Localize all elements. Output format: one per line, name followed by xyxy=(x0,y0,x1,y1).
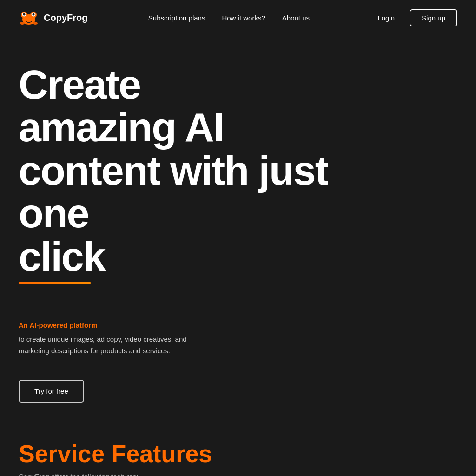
brand-logo[interactable]: CopyFrog xyxy=(19,7,87,28)
hero-line-2: amazing AI xyxy=(19,104,224,150)
svg-point-8 xyxy=(33,22,38,25)
hero-headline: Create amazing AI content with just one … xyxy=(19,63,400,278)
hero-line-3: content with just one xyxy=(19,147,328,236)
features-subtitle: CopyFrog offers the following features: xyxy=(19,472,457,476)
features-title: Service Features xyxy=(19,440,457,468)
brand-name-label: CopyFrog xyxy=(44,13,87,23)
nav-subscription-plans[interactable]: Subscription plans xyxy=(148,14,205,22)
hero-underline-decoration xyxy=(19,282,91,284)
svg-point-6 xyxy=(33,13,35,16)
login-button[interactable]: Login xyxy=(370,10,402,26)
svg-point-7 xyxy=(20,22,25,25)
description-section: An AI-powered platform to create unique … xyxy=(0,303,476,371)
navbar: CopyFrog Subscription plans How it works… xyxy=(0,0,476,35)
cta-section: Try for free xyxy=(0,370,476,421)
hero-line-1: Create xyxy=(19,61,140,107)
features-section: Service Features CopyFrog offers the fol… xyxy=(0,421,476,476)
try-for-free-button[interactable]: Try for free xyxy=(19,380,84,403)
signup-button[interactable]: Sign up xyxy=(410,9,457,26)
hero-section: Create amazing AI content with just one … xyxy=(0,35,476,303)
nav-how-it-works[interactable]: How it works? xyxy=(222,14,265,22)
description-tag: An AI-powered platform xyxy=(19,321,457,329)
description-text: to create unique images, ad copy, video … xyxy=(19,334,195,357)
nav-links: Subscription plans How it works? About u… xyxy=(148,14,310,22)
nav-about-us[interactable]: About us xyxy=(282,14,310,22)
svg-point-5 xyxy=(23,13,26,16)
frog-icon xyxy=(19,7,39,28)
navbar-actions: Login Sign up xyxy=(370,9,457,26)
hero-line-4: click xyxy=(19,233,105,279)
